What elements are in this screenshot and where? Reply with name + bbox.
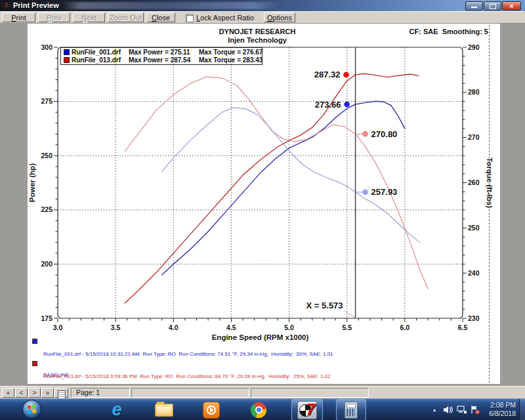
status-panel [251, 388, 369, 398]
window-titlebar: 7 Print Preview × [0, 0, 525, 11]
volume-icon[interactable] [442, 405, 453, 415]
start-button[interactable] [22, 400, 41, 419]
legend-row: RunFile_013.drf Max Power = 287.54 Max T… [64, 56, 262, 64]
svg-text:287.32: 287.32 [314, 70, 341, 79]
preview-page: text{font-family:"Liberation Sans",sans-… [28, 24, 500, 384]
maximize-icon [490, 4, 496, 9]
show-desktop-button[interactable] [519, 399, 525, 420]
svg-text:4.0: 4.0 [169, 324, 178, 331]
svg-text:240: 240 [468, 269, 480, 277]
note-swatch-blue [32, 339, 37, 344]
legend-file-name: RunFile_001.drf [72, 49, 129, 56]
svg-text:250: 250 [41, 152, 52, 159]
app-icon[interactable]: 7 [3, 2, 10, 9]
screen: 7 Print Preview × Print Prev Next Zoom O… [0, 0, 525, 420]
print-preview-toolbar: Print Prev Next Zoom Out Close Lock Aspe… [0, 11, 525, 24]
next-page-button[interactable]: > [28, 388, 41, 398]
svg-text:230: 230 [468, 314, 480, 322]
media-player-icon [203, 402, 220, 419]
svg-text:290: 290 [468, 43, 480, 51]
svg-text:200: 200 [41, 260, 52, 268]
svg-text:3.5: 3.5 [111, 324, 121, 331]
legend-row: RunFile_001.drf Max Power = 275.11 Max T… [64, 48, 262, 56]
taskbar-item-windows-explorer[interactable] [150, 399, 178, 420]
taskbar-item-chrome[interactable] [244, 399, 273, 420]
options-button[interactable]: Options [264, 12, 295, 22]
svg-text:6.5: 6.5 [458, 324, 468, 331]
last-page-button[interactable]: » [41, 388, 54, 398]
svg-text:300: 300 [41, 43, 52, 51]
calculator-icon [345, 402, 358, 419]
dyno-app-icon: 7 [297, 401, 317, 419]
page-setup-button[interactable] [54, 388, 68, 398]
lock-aspect-ratio-checkbox[interactable] [186, 14, 194, 22]
maximize-button[interactable] [484, 1, 501, 10]
note-conditions: RunFile_013.drf - 5/15/2018 3:09:36 PM R… [43, 373, 331, 381]
svg-text:280: 280 [468, 88, 480, 96]
svg-text:260: 260 [468, 178, 480, 186]
graph-cursor[interactable] [381, 71, 385, 342]
legend-swatch-red [64, 57, 70, 63]
taskbar-clock[interactable]: 2:08 PM 6/8/2018 [476, 401, 516, 418]
taskbar: e 7 ▴ 2:08 PM 6/8/2018 [0, 398, 525, 420]
dyno-chart: text{font-family:"Liberation Sans",sans-… [28, 24, 500, 384]
note-conditions: RunFile_001.drf - 5/15/2018 10:31:21 AM … [43, 351, 333, 358]
page-number-panel: Page: 1 [71, 388, 130, 398]
svg-text:175: 175 [41, 314, 52, 322]
svg-text:273.66: 273.66 [315, 100, 341, 110]
svg-text:225: 225 [41, 205, 52, 213]
close-button[interactable]: × [502, 1, 521, 10]
next-button[interactable]: Next [73, 12, 105, 22]
window-title: Print Preview [13, 1, 59, 9]
svg-text:250: 250 [468, 224, 480, 232]
show-hidden-icons-chevron[interactable]: ▴ [429, 405, 440, 415]
svg-text:X = 5.573: X = 5.573 [306, 301, 343, 310]
svg-text:5.0: 5.0 [284, 324, 294, 331]
legend-file-name: RunFile_013.drf [72, 56, 129, 64]
internet-explorer-icon: e [112, 401, 121, 419]
minimize-icon [471, 7, 477, 8]
svg-text:4.5: 4.5 [226, 324, 236, 331]
prev-page-button[interactable]: < [15, 388, 28, 398]
clock-date: 6/8/2018 [476, 410, 516, 418]
legend-max-power: Max Power = 287.54 [129, 56, 192, 64]
svg-text:Power (hp): Power (hp) [28, 163, 36, 203]
prev-button[interactable]: Prev [38, 12, 70, 22]
svg-text:270: 270 [468, 133, 480, 141]
zoom-out-button[interactable]: Zoom Out [108, 12, 144, 22]
legend-max-power: Max Power = 275.11 [129, 49, 192, 56]
windows-flag-icon [27, 404, 37, 414]
correction-smoothing-note: CF: SAE Smoothing: 5 [410, 28, 488, 35]
chart-legend: RunFile_001.drf Max Power = 275.11 Max T… [60, 47, 262, 65]
svg-text:6.0: 6.0 [400, 324, 410, 331]
lock-aspect-ratio-label: Lock Aspect Ratio [196, 13, 254, 22]
legend-max-torque: Max Torque = 276.67 [199, 49, 262, 56]
note-swatch-red [32, 361, 37, 366]
first-page-button[interactable]: « [2, 388, 14, 398]
background-window-title-ghost [63, 2, 280, 9]
statusbar: « < > » Page: 1 [0, 386, 525, 398]
folder-icon [155, 404, 173, 417]
svg-text:275: 275 [41, 97, 52, 105]
chart-subtitle: Injen Technology [28, 36, 487, 44]
preview-area: text{font-family:"Liberation Sans",sans-… [0, 24, 525, 386]
svg-text:Torque (ft-lbs): Torque (ft-lbs) [486, 158, 494, 208]
taskbar-item-internet-explorer[interactable]: e [102, 399, 131, 420]
minimize-button[interactable] [465, 1, 483, 10]
print-button[interactable]: Print [2, 12, 35, 22]
taskbar-item-dyno-software[interactable]: 7 [291, 399, 323, 420]
status-panel [131, 388, 249, 398]
legend-swatch-blue [64, 49, 70, 55]
svg-text:5.5: 5.5 [342, 324, 352, 331]
close-preview-button[interactable]: Close [146, 12, 175, 22]
network-icon[interactable] [457, 405, 467, 415]
legend-max-torque: Max Torque = 283.43 [199, 56, 262, 64]
chrome-icon [251, 402, 266, 418]
taskbar-item-calculator[interactable] [336, 399, 366, 420]
svg-text:3.0: 3.0 [53, 324, 63, 331]
clock-time: 2:08 PM [476, 401, 516, 410]
taskbar-item-media-player[interactable] [197, 399, 226, 420]
print-margin-guide [489, 25, 490, 383]
